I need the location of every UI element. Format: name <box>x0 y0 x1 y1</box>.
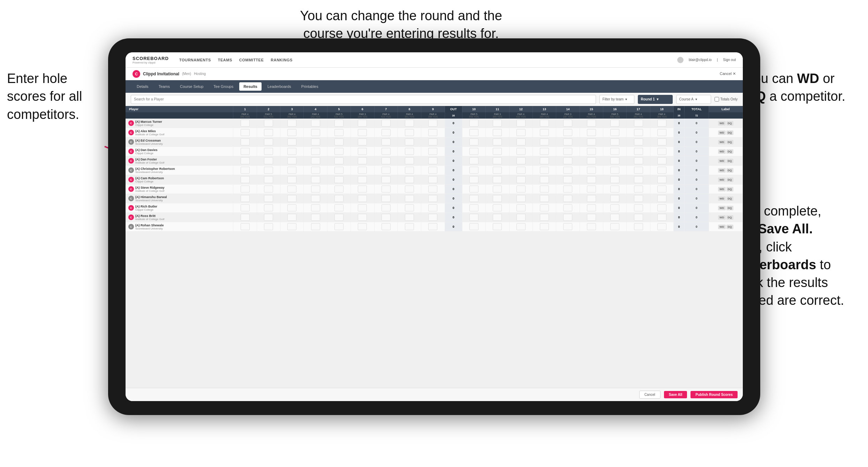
score-input-h3[interactable] <box>287 223 296 230</box>
score-input-h12[interactable] <box>516 214 526 221</box>
score-cell-h4[interactable] <box>304 156 327 166</box>
score-input-h14[interactable] <box>563 129 572 136</box>
score-cell-h2[interactable] <box>257 203 280 213</box>
score-input-h14[interactable] <box>563 214 572 221</box>
score-cell-h10[interactable] <box>462 147 485 156</box>
score-input-h4[interactable] <box>311 167 320 174</box>
score-cell-h6[interactable] <box>351 194 374 203</box>
score-cell-h16[interactable] <box>603 175 626 184</box>
score-cell-h17[interactable] <box>627 194 650 203</box>
dq-button[interactable]: DQ <box>726 187 733 191</box>
score-cell-h4[interactable] <box>304 184 327 194</box>
score-input-h6[interactable] <box>358 148 367 155</box>
wd-button[interactable]: WD <box>718 187 725 191</box>
score-cell-h2[interactable] <box>257 194 280 203</box>
score-input-h1[interactable] <box>241 186 250 193</box>
score-cell-h7[interactable] <box>374 203 398 213</box>
score-input-h14[interactable] <box>563 176 572 183</box>
score-cell-h4[interactable] <box>304 166 327 175</box>
score-input-h7[interactable] <box>382 176 391 183</box>
score-cell-h15[interactable] <box>580 184 603 194</box>
score-cell-h3[interactable] <box>280 137 304 147</box>
score-cell-h14[interactable] <box>556 119 580 128</box>
score-cell-h16[interactable] <box>603 156 626 166</box>
score-cell-h15[interactable] <box>580 137 603 147</box>
score-cell-h17[interactable] <box>627 175 650 184</box>
score-input-h10[interactable] <box>469 157 478 164</box>
score-input-h12[interactable] <box>516 195 526 202</box>
score-cell-h11[interactable] <box>486 166 509 175</box>
score-cell-h9[interactable] <box>421 222 445 232</box>
score-input-h6[interactable] <box>358 157 367 164</box>
score-input-h12[interactable] <box>516 176 526 183</box>
score-input-h8[interactable] <box>405 223 414 230</box>
score-cell-h11[interactable] <box>486 156 509 166</box>
score-input-h12[interactable] <box>516 129 526 136</box>
score-cell-h7[interactable] <box>374 137 398 147</box>
score-cell-h16[interactable] <box>603 166 626 175</box>
score-input-h9[interactable] <box>428 195 437 202</box>
score-cell-h11[interactable] <box>486 128 509 137</box>
score-input-h17[interactable] <box>634 148 643 155</box>
score-cell-h9[interactable] <box>421 166 445 175</box>
score-input-h3[interactable] <box>287 186 296 193</box>
score-input-h10[interactable] <box>469 148 478 155</box>
score-input-h8[interactable] <box>405 167 414 174</box>
score-cell-h7[interactable] <box>374 156 398 166</box>
dq-button[interactable]: DQ <box>726 159 733 163</box>
score-cell-h8[interactable] <box>398 184 421 194</box>
score-input-h10[interactable] <box>469 195 478 202</box>
score-cell-h18[interactable] <box>650 166 673 175</box>
score-input-h15[interactable] <box>587 195 596 202</box>
totals-only-checkbox[interactable] <box>715 97 719 101</box>
nav-rankings[interactable]: RANKINGS <box>271 58 293 62</box>
score-cell-h11[interactable] <box>486 203 509 213</box>
score-cell-h15[interactable] <box>580 175 603 184</box>
score-cell-h5[interactable] <box>327 156 350 166</box>
score-cell-h16[interactable] <box>603 128 626 137</box>
score-cell-h9[interactable] <box>421 184 445 194</box>
score-input-h12[interactable] <box>516 120 526 127</box>
score-cell-h11[interactable] <box>486 194 509 203</box>
score-input-h15[interactable] <box>587 148 596 155</box>
nav-committee[interactable]: COMMITTEE <box>239 58 264 62</box>
score-cell-h17[interactable] <box>627 203 650 213</box>
score-input-h10[interactable] <box>469 204 478 211</box>
score-cell-h12[interactable] <box>509 166 533 175</box>
score-cell-h17[interactable] <box>627 119 650 128</box>
score-input-h7[interactable] <box>382 148 391 155</box>
score-input-h4[interactable] <box>311 195 320 202</box>
score-input-h2[interactable] <box>264 195 273 202</box>
score-cell-h1[interactable] <box>233 184 257 194</box>
score-input-h10[interactable] <box>469 167 478 174</box>
score-input-h9[interactable] <box>428 204 437 211</box>
score-cell-h14[interactable] <box>556 194 580 203</box>
score-input-h2[interactable] <box>264 148 273 155</box>
score-input-h3[interactable] <box>287 214 296 221</box>
score-cell-h13[interactable] <box>533 184 556 194</box>
score-cell-h17[interactable] <box>627 156 650 166</box>
score-input-h16[interactable] <box>610 195 619 202</box>
score-input-h6[interactable] <box>358 214 367 221</box>
score-input-h4[interactable] <box>311 214 320 221</box>
score-cell-h6[interactable] <box>351 184 374 194</box>
score-cell-h13[interactable] <box>533 203 556 213</box>
score-cell-h1[interactable] <box>233 166 257 175</box>
score-cell-h3[interactable] <box>280 147 304 156</box>
score-cell-h8[interactable] <box>398 222 421 232</box>
score-cell-h8[interactable] <box>398 166 421 175</box>
score-input-h12[interactable] <box>516 204 526 211</box>
score-cell-h2[interactable] <box>257 166 280 175</box>
score-input-h13[interactable] <box>540 176 549 183</box>
dq-button[interactable]: DQ <box>726 168 733 173</box>
score-cell-h8[interactable] <box>398 213 421 222</box>
score-cell-h1[interactable] <box>233 156 257 166</box>
score-input-h1[interactable] <box>241 148 250 155</box>
score-input-h9[interactable] <box>428 148 437 155</box>
score-input-h12[interactable] <box>516 186 526 193</box>
score-cell-h18[interactable] <box>650 119 673 128</box>
score-cell-h2[interactable] <box>257 222 280 232</box>
score-cell-h5[interactable] <box>327 213 350 222</box>
score-input-h18[interactable] <box>657 186 666 193</box>
score-input-h5[interactable] <box>334 129 344 136</box>
